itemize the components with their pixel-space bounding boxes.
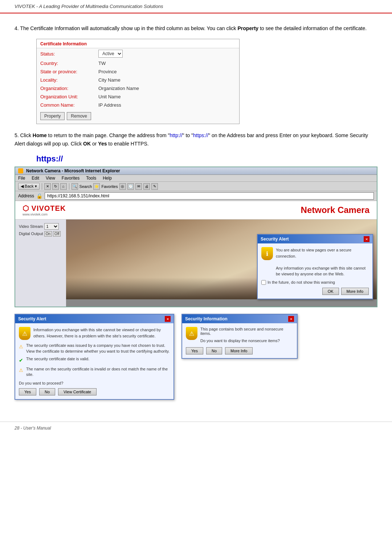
menu-help[interactable]: Help (103, 176, 112, 181)
cert-label-state: State or province: (37, 67, 95, 76)
on-button[interactable]: On (44, 231, 52, 237)
inner-dialog-ok-button[interactable]: OK (322, 288, 339, 295)
alert-item-2: ⚠ The name on the security certificate i… (19, 366, 170, 378)
alert-item-text-2: The name on the security certificate is … (26, 366, 170, 378)
menu-tools[interactable]: Tools (86, 176, 96, 181)
cert-value-status[interactable]: Active (95, 48, 239, 59)
toolbar-divider2 (69, 183, 69, 190)
big-alert-main-text: Information you exchange with this site … (33, 327, 170, 339)
home-icon[interactable]: ⌂ (60, 183, 67, 190)
camera-header: ⬡ VIVOTEK www.vivotek.com Network Camera (15, 201, 377, 219)
certificate-information-box: Certificate Information Status: Active C… (36, 39, 240, 124)
cert-table: Status: Active Country: TW State or prov… (37, 48, 239, 109)
camera-sidebar: Video Stream 1 Digital Output On Off (15, 219, 66, 307)
vivotek-url: www.vivotek.com (23, 213, 66, 216)
camera-video-area: Video(TCP-AV) 2008/06/30 14:17:16 Securi… (66, 219, 377, 307)
mail-icon[interactable]: ✉ (135, 183, 142, 190)
edit-icon[interactable]: ✎ (151, 183, 158, 190)
proceed-question: Do you want to proceed? (19, 381, 170, 385)
address-lock-icon: 🔒 (36, 193, 42, 199)
inner-dialog-text1: You are about to view pages over a secur… (276, 247, 369, 259)
cert-label-country: Country: (37, 59, 95, 67)
browser-window: Network Camera - Microsoft Internet Expl… (15, 167, 377, 307)
security-info-body: ⚠ This page contains both secure and non… (182, 323, 297, 358)
security-info-no-button[interactable]: No (206, 347, 222, 354)
alert-item-text-1: The security certificate date is valid. (26, 356, 89, 362)
http-link[interactable]: http:// (170, 132, 183, 138)
media-icon[interactable]: ◎ (119, 183, 126, 190)
off-button[interactable]: Off (53, 231, 61, 237)
menu-view[interactable]: View (46, 176, 55, 181)
refresh-icon[interactable]: ↻ (52, 183, 59, 190)
cert-row-org: Organization: Organization Name (37, 84, 239, 93)
big-alert-title: Security Alert (18, 316, 46, 321)
security-alert-dialog-inner: Security Alert ✕ ℹ You are about to view… (257, 234, 373, 299)
cert-label-orgunit: Organization Unit: (37, 93, 95, 101)
print-icon[interactable]: 🖨 (143, 183, 150, 190)
step5-num: 5. (15, 132, 19, 138)
cert-row-country: Country: TW (37, 59, 239, 67)
menu-edit[interactable]: Edit (32, 176, 39, 181)
step4-text-before: The Certificate Information will automat… (20, 25, 237, 31)
big-alert-close-button[interactable]: ✕ (165, 316, 171, 322)
security-info-close-button[interactable]: ✕ (288, 316, 294, 322)
inner-dialog-title: Security Alert (261, 237, 289, 242)
page-header: VIVOTEK - A Leading Provider of Multimed… (0, 0, 392, 13)
cert-box-title: Certificate Information (37, 39, 239, 48)
page-footer: 28 - User's Manual (0, 422, 392, 434)
https-link[interactable]: https:// (193, 132, 208, 138)
back-button[interactable]: ◀ Back ▾ (18, 183, 40, 190)
big-alert-view-cert-button[interactable]: View Certificate (58, 388, 97, 395)
cert-value-orgunit: Unit Name (95, 93, 239, 101)
cert-label-locality: Locality: (37, 76, 95, 84)
alert-warn-icon-0: ⚠ (19, 344, 23, 350)
inner-dialog-checkbox-row[interactable]: In the future, do not show this warning (261, 280, 369, 285)
alert-item-1: ✔ The security certificate date is valid… (19, 356, 170, 364)
favorites-icon[interactable]: ⭐ (93, 183, 100, 190)
browser-titlebar: Network Camera - Microsoft Internet Expl… (15, 167, 377, 175)
address-input[interactable] (45, 192, 374, 200)
search-label: Search (79, 184, 92, 189)
search-icon[interactable]: 🔍 (72, 183, 78, 190)
menu-favorites[interactable]: Favorites (62, 176, 79, 181)
big-alert-no-button[interactable]: No (39, 388, 55, 395)
security-info-title: Security Information (185, 316, 228, 321)
address-label: Address (18, 193, 34, 198)
big-alert-shield-icon: ⚠ (19, 327, 30, 340)
alert-ok-icon-1: ✔ (19, 357, 23, 364)
property-button[interactable]: Property (40, 112, 65, 120)
remove-button[interactable]: Remove (67, 112, 91, 120)
alert-item-0: ⚠ The security certificate was issued by… (19, 343, 170, 354)
security-info-texts: This page contains both secure and nonse… (200, 327, 293, 343)
toolbar-divider1 (42, 183, 42, 190)
cert-status-select[interactable]: Active (98, 50, 123, 58)
security-info-text2: Do you want to display the nonsecure ite… (200, 338, 293, 343)
alert-warn-icon-2: ⚠ (19, 367, 23, 374)
security-info-text1: This page contains both secure and nonse… (200, 327, 293, 336)
security-info-more-info-button[interactable]: More Info (225, 347, 253, 354)
cert-buttons-row: Property Remove (37, 109, 239, 124)
inner-dialog-buttons: OK More Info (261, 288, 369, 295)
alert-item-text-0: The security certificate was issued by a… (26, 343, 170, 354)
big-alert-yes-button[interactable]: Yes (19, 388, 36, 395)
menu-file[interactable]: File (18, 176, 25, 181)
bottom-dialogs: Security Alert ✕ ⚠ Information you excha… (15, 314, 377, 400)
address-bar-row: Address 🔒 (15, 191, 377, 201)
stop-icon[interactable]: ✕ (44, 183, 51, 190)
history-icon[interactable]: 🕐 (127, 183, 134, 190)
inner-dialog-more-info-button[interactable]: More Info (341, 288, 369, 295)
inner-dialog-close[interactable]: ✕ (364, 236, 369, 242)
security-info-yes-button[interactable]: Yes (186, 347, 203, 354)
video-stream-select[interactable]: 1 (44, 223, 59, 230)
security-info-icon-row: ⚠ This page contains both secure and non… (186, 327, 293, 343)
big-alert-icon-row: ⚠ Information you exchange with this sit… (19, 327, 170, 340)
inner-dialog-checkbox[interactable] (261, 280, 266, 285)
step5-paragraph: 5. Click Home to return to the main page… (15, 131, 377, 148)
security-info-buttons: Yes No More Info (186, 347, 293, 354)
inner-dialog-checkbox-label: In the future, do not show this warning (268, 280, 335, 284)
step4-paragraph: 4. The Certificate Information will auto… (15, 24, 377, 32)
inner-dialog-shield-icon: ℹ (261, 247, 273, 260)
security-info-shield-icon: ⚠ (186, 327, 197, 340)
cert-value-locality: City Name (95, 76, 239, 84)
cert-row-state: State or province: Province (37, 67, 239, 76)
